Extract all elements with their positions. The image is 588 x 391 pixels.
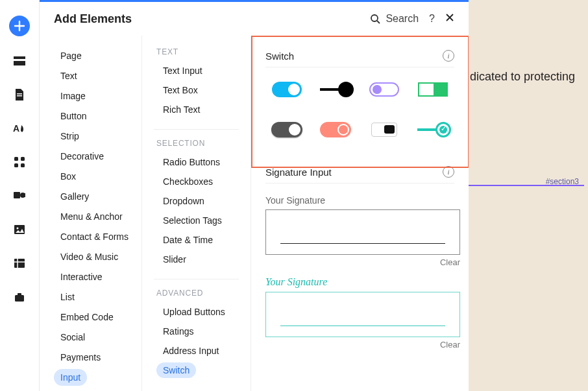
svg-rect-3 xyxy=(17,95,22,97)
add-elements-button[interactable] xyxy=(9,16,30,36)
panel-title: Add Elements xyxy=(54,12,132,26)
category-page[interactable]: Page xyxy=(54,47,88,64)
subcategory-dropdown[interactable]: Dropdown xyxy=(156,193,211,209)
switch-variant-5[interactable] xyxy=(271,122,302,137)
clear-button-2[interactable]: Clear xyxy=(265,340,460,350)
subcategory-column: TEXTText InputText BoxRich TextSELECTION… xyxy=(142,36,251,391)
svg-rect-15 xyxy=(14,259,25,268)
page-icon[interactable] xyxy=(10,86,29,104)
left-rail: A xyxy=(0,0,39,391)
panel-header: Add Elements Search ? xyxy=(40,2,469,36)
switch-variant-2[interactable] xyxy=(320,88,351,91)
plus-icon xyxy=(14,20,25,32)
subcategory-selection-tags[interactable]: Selection Tags xyxy=(156,213,228,228)
svg-line-21 xyxy=(377,21,380,23)
category-payments[interactable]: Payments xyxy=(54,349,107,366)
clear-button-1[interactable]: Clear xyxy=(265,257,460,267)
category-list[interactable]: List xyxy=(54,289,81,305)
subcategory-upload-buttons[interactable]: Upload Buttons xyxy=(156,304,232,320)
signature-label-1: Your Signature xyxy=(265,195,454,206)
category-box[interactable]: Box xyxy=(54,168,82,185)
category-button[interactable]: Button xyxy=(54,108,93,124)
svg-point-20 xyxy=(371,15,378,21)
group-label-selection: SELECTION xyxy=(156,139,245,148)
svg-point-14 xyxy=(17,228,19,230)
divider xyxy=(154,129,239,130)
category-strip[interactable]: Strip xyxy=(54,128,86,145)
svg-rect-5 xyxy=(14,157,18,161)
svg-rect-9 xyxy=(14,192,20,198)
svg-rect-6 xyxy=(21,157,25,161)
data-icon[interactable] xyxy=(10,254,29,272)
svg-rect-12 xyxy=(23,196,25,197)
category-decorative[interactable]: Decorative xyxy=(54,148,110,165)
category-embed-code[interactable]: Embed Code xyxy=(54,309,120,326)
media-icon[interactable] xyxy=(10,220,29,239)
category-contact-forms[interactable]: Contact & Forms xyxy=(54,228,135,245)
group-label-advanced: ADVANCED xyxy=(156,289,245,298)
switch-variant-6[interactable] xyxy=(320,122,351,137)
subcategory-text-input[interactable]: Text Input xyxy=(156,63,209,78)
svg-rect-0 xyxy=(14,56,25,59)
subcategory-checkboxes[interactable]: Checkboxes xyxy=(156,174,219,189)
subcategory-text-box[interactable]: Text Box xyxy=(156,82,204,98)
svg-text:A: A xyxy=(13,123,19,134)
signature-section-header: Signature Input i xyxy=(265,166,454,184)
subcategory-address-input[interactable]: Address Input xyxy=(156,343,225,359)
apps-icon[interactable] xyxy=(10,153,29,171)
search-label: Search xyxy=(386,13,419,25)
theme-icon[interactable]: A xyxy=(10,119,29,137)
close-icon xyxy=(445,13,454,22)
category-column: PageTextImageButtonStripDecorativeBoxGal… xyxy=(40,36,142,391)
switch-variants-grid: ✓ ✓ xyxy=(251,67,469,152)
switch-variant-7[interactable] xyxy=(371,123,397,137)
svg-rect-1 xyxy=(14,61,25,65)
switch-variant-1[interactable] xyxy=(272,82,302,97)
switch-variant-3[interactable] xyxy=(369,82,399,97)
svg-rect-8 xyxy=(21,163,25,167)
svg-rect-19 xyxy=(18,293,21,296)
category-social[interactable]: Social xyxy=(54,329,92,346)
signature-input-1[interactable] xyxy=(265,209,460,255)
plugins-icon[interactable] xyxy=(10,187,29,205)
category-input[interactable]: Input xyxy=(54,369,87,386)
signature-label-2: Your Signature xyxy=(265,276,454,288)
subcategory-rich-text[interactable]: Rich Text xyxy=(156,102,206,117)
svg-rect-11 xyxy=(23,193,25,195)
info-icon[interactable]: i xyxy=(443,166,454,178)
switch-variant-4[interactable]: ✓ xyxy=(418,82,448,97)
category-interactive[interactable]: Interactive xyxy=(54,268,109,285)
add-elements-panel: Add Elements Search ? PageTextImageButto… xyxy=(39,0,469,391)
section-divider xyxy=(467,185,584,186)
category-gallery[interactable]: Gallery xyxy=(54,188,95,205)
signature-section-title: Signature Input xyxy=(265,167,332,178)
switch-variant-8[interactable]: ✓ xyxy=(417,128,448,131)
sections-icon[interactable] xyxy=(10,52,29,70)
search-button[interactable]: Search xyxy=(370,13,419,25)
category-image[interactable]: Image xyxy=(54,88,92,104)
preview-column: Switch i ✓ ✓ Signature Input i Your Sign… xyxy=(251,36,469,391)
help-button[interactable]: ? xyxy=(429,13,435,25)
business-icon[interactable] xyxy=(10,288,29,306)
close-button[interactable] xyxy=(445,13,454,25)
search-icon xyxy=(370,14,380,24)
svg-rect-18 xyxy=(15,295,24,302)
signature-input-2[interactable] xyxy=(265,292,460,337)
subcategory-radio-buttons[interactable]: Radio Buttons xyxy=(156,154,227,170)
category-text[interactable]: Text xyxy=(54,67,84,84)
switch-section-header: Switch i xyxy=(265,36,454,67)
info-icon[interactable]: i xyxy=(443,50,454,62)
switch-section-title: Switch xyxy=(265,51,294,62)
subcategory-ratings[interactable]: Ratings xyxy=(156,324,200,339)
divider xyxy=(154,279,239,279)
group-label-text: TEXT xyxy=(156,47,245,56)
subcategory-slider[interactable]: Slider xyxy=(156,252,193,267)
subcategory-switch[interactable]: Switch xyxy=(156,362,196,378)
category-video-music[interactable]: Video & Music xyxy=(54,248,125,265)
svg-rect-2 xyxy=(17,93,22,95)
subcategory-date-time[interactable]: Date & Time xyxy=(156,232,219,248)
category-menu-anchor[interactable]: Menu & Anchor xyxy=(54,208,129,225)
background-text: dicated to protecting xyxy=(470,70,575,84)
svg-rect-7 xyxy=(14,163,18,167)
